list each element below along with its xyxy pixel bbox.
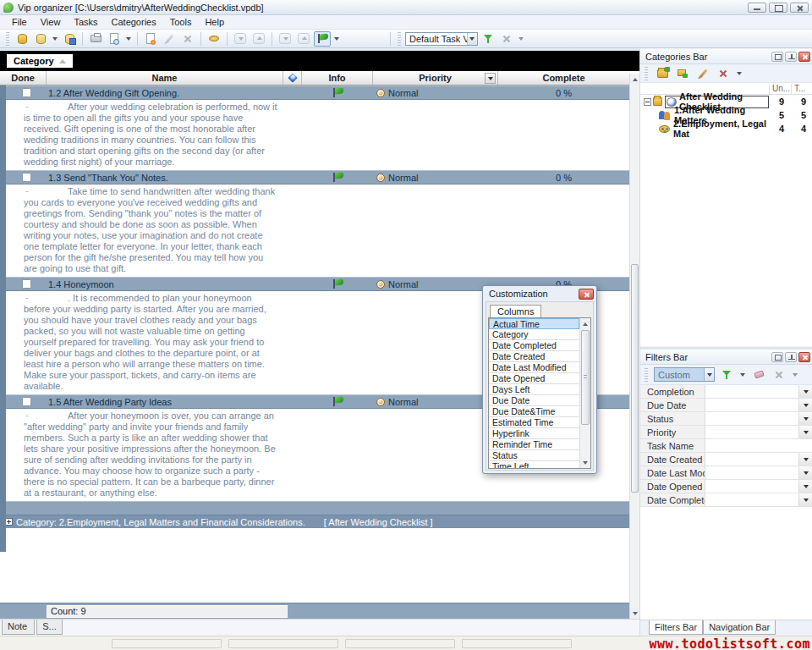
- apply-filter-dropdown[interactable]: [740, 373, 745, 377]
- scroll-down-icon[interactable]: [580, 457, 590, 468]
- save-database-button[interactable]: [61, 31, 78, 47]
- categories-toolbar-dropdown[interactable]: [737, 72, 742, 75]
- filter-value[interactable]: [705, 426, 798, 438]
- print-dropdown[interactable]: [126, 37, 131, 41]
- move-up-button[interactable]: [250, 31, 267, 47]
- scroll-up-icon[interactable]: [580, 318, 590, 329]
- task-list-scrollbar[interactable]: [629, 74, 639, 619]
- header-info[interactable]: Info: [302, 71, 373, 85]
- tab-columns[interactable]: Columns: [490, 305, 541, 318]
- expand-group-icon[interactable]: [5, 518, 13, 526]
- move-down-button[interactable]: [232, 31, 249, 47]
- clear-filter-button[interactable]: [750, 367, 767, 383]
- task-row[interactable]: 1.2 After Wedding Gift Opening. Normal 0…: [0, 85, 629, 100]
- tab-filters-bar[interactable]: Filters Bar: [649, 620, 703, 635]
- filters-overflow-dropdown[interactable]: [793, 373, 798, 377]
- tab-note[interactable]: Note: [2, 620, 35, 635]
- tab-navigation-bar[interactable]: Navigation Bar: [703, 620, 776, 635]
- task-done-checkbox[interactable]: [22, 88, 31, 97]
- filter-dropdown-icon[interactable]: [798, 453, 812, 465]
- view-overflow-dropdown[interactable]: [518, 37, 524, 41]
- column-item[interactable]: Date Opened: [489, 373, 579, 384]
- print-button[interactable]: [87, 31, 104, 47]
- tree-row-child[interactable]: 2.Employment, Legal Mat 4 4: [640, 122, 812, 135]
- filter-value[interactable]: [705, 412, 798, 425]
- task-done-checkbox[interactable]: [22, 173, 31, 182]
- panel-restore-button[interactable]: [771, 52, 783, 62]
- print-preview-button[interactable]: [106, 31, 123, 47]
- total-column-header[interactable]: T...: [791, 84, 812, 94]
- panel-close-button[interactable]: [798, 352, 810, 362]
- flag-button[interactable]: [314, 31, 331, 47]
- menu-help[interactable]: Help: [198, 16, 231, 28]
- column-item[interactable]: Category: [489, 329, 579, 340]
- column-item[interactable]: Date Completed: [489, 340, 579, 351]
- column-item[interactable]: Date Created: [489, 351, 579, 362]
- close-button[interactable]: [790, 3, 809, 13]
- filter-value[interactable]: [705, 453, 798, 465]
- apply-filter-button[interactable]: [718, 367, 735, 383]
- header-name[interactable]: Name: [47, 71, 283, 85]
- header-done[interactable]: Done: [0, 71, 47, 85]
- filter-value[interactable]: [705, 399, 798, 411]
- task-view-combo[interactable]: Default Task V: [405, 32, 478, 46]
- task-view-combo-arrow[interactable]: [467, 33, 477, 45]
- group-by-category-tab[interactable]: Category: [7, 54, 73, 68]
- filter-dropdown-icon[interactable]: [798, 385, 812, 398]
- delete-task-button[interactable]: [179, 31, 196, 47]
- header-flag-column[interactable]: [283, 71, 302, 85]
- add-category-button[interactable]: [654, 66, 671, 81]
- filter-preset-combo[interactable]: Custom: [654, 367, 715, 382]
- filter-value[interactable]: [705, 493, 798, 506]
- scrollbar-thumb[interactable]: [631, 264, 639, 493]
- menu-view[interactable]: View: [34, 16, 68, 28]
- columns-scrollbar[interactable]: [579, 318, 590, 468]
- open-database-dropdown[interactable]: [52, 37, 58, 41]
- show-notes-button[interactable]: [206, 31, 222, 47]
- scroll-down-icon[interactable]: [630, 608, 639, 619]
- task-done-checkbox[interactable]: [22, 397, 31, 406]
- panel-pin-button[interactable]: [785, 52, 797, 62]
- menu-tasks[interactable]: Tasks: [67, 16, 104, 28]
- column-item[interactable]: Days Left: [489, 384, 579, 395]
- flag-dropdown[interactable]: [334, 37, 339, 41]
- scroll-up-icon[interactable]: [630, 74, 639, 85]
- panel-restore-button[interactable]: [771, 352, 783, 362]
- menu-file[interactable]: File: [5, 16, 34, 28]
- column-item[interactable]: Date Last Modified: [489, 362, 579, 373]
- move-top-button[interactable]: [295, 31, 312, 47]
- new-database-button[interactable]: [14, 31, 30, 47]
- maximize-button[interactable]: [769, 3, 787, 13]
- filter-dropdown-icon[interactable]: [798, 399, 812, 411]
- collapsed-group-row[interactable]: Category: 2.Employment, Legal Matters an…: [0, 515, 629, 528]
- column-item[interactable]: Time Left: [489, 461, 579, 469]
- filter-value[interactable]: [705, 480, 798, 493]
- filter-dropdown-icon[interactable]: [798, 480, 812, 493]
- delete-category-button[interactable]: [715, 66, 732, 81]
- filter-dropdown-icon[interactable]: [798, 412, 812, 425]
- menu-categories[interactable]: Categories: [105, 16, 163, 28]
- column-item[interactable]: Hyperlink: [489, 428, 579, 439]
- move-bottom-button[interactable]: [277, 31, 294, 47]
- filter-value[interactable]: [705, 439, 812, 452]
- filter-dropdown-icon[interactable]: [798, 493, 812, 506]
- column-item[interactable]: Reminder Time: [489, 439, 579, 450]
- filter-dropdown-icon[interactable]: [798, 466, 812, 479]
- priority-filter-dropdown[interactable]: [485, 73, 496, 84]
- clear-view-button[interactable]: [498, 31, 515, 47]
- column-item[interactable]: Status: [489, 450, 579, 461]
- minimize-button[interactable]: [748, 3, 766, 13]
- filter-value[interactable]: [705, 385, 798, 398]
- tab-s[interactable]: S...: [36, 620, 63, 635]
- panel-pin-button[interactable]: [785, 352, 797, 362]
- collapse-icon[interactable]: [644, 98, 651, 106]
- scrollbar-thumb[interactable]: [581, 330, 590, 425]
- column-item[interactable]: Due Date&Time: [489, 406, 579, 417]
- column-item-selected[interactable]: Actual Time: [489, 318, 579, 329]
- remove-filter-button[interactable]: [771, 367, 787, 383]
- menu-tools[interactable]: Tools: [163, 16, 199, 28]
- column-item[interactable]: Due Date: [489, 395, 579, 406]
- header-complete[interactable]: Complete: [498, 71, 629, 85]
- filter-preset-arrow[interactable]: [704, 368, 714, 381]
- add-subcategory-button[interactable]: [674, 66, 691, 81]
